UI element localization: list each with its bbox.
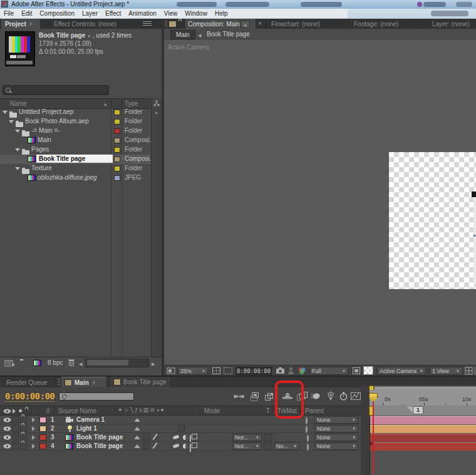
column-number[interactable]: #	[46, 407, 50, 414]
bpc-label[interactable]: 8 bpc	[48, 359, 63, 366]
3d-layer-switch-icon[interactable]	[190, 444, 191, 452]
panel-grip[interactable]	[165, 21, 167, 27]
mini-flowchart-icon[interactable]	[234, 392, 244, 401]
tab-project[interactable]: Project	[1, 19, 40, 29]
collapse-switch-icon[interactable]	[134, 418, 140, 422]
layer-label-swatch[interactable]	[39, 426, 46, 432]
menu-help[interactable]: Help	[211, 9, 232, 18]
preview-name[interactable]: Book Title page	[39, 32, 85, 39]
panel-grip[interactable]	[58, 379, 60, 385]
menu-file[interactable]: File	[0, 9, 18, 18]
label-swatch[interactable]	[114, 147, 120, 153]
blend-mode-dropdown[interactable]: Nor...	[232, 442, 262, 450]
region-of-interest-icon[interactable]	[223, 367, 233, 375]
snapshot-icon[interactable]	[276, 367, 285, 374]
collapse-switch-icon[interactable]	[134, 427, 140, 431]
layer-row-3[interactable]: 3 Book Title page Nor... None	[0, 433, 370, 442]
tab-render-queue[interactable]: Render Queue	[6, 379, 48, 386]
quality-switch-icon[interactable]	[153, 434, 158, 440]
lock-toggle[interactable]	[20, 416, 27, 423]
layer-row-1[interactable]: 1 Camera 1 None	[0, 416, 370, 424]
project-vscrollbar[interactable]	[151, 98, 162, 366]
camera-dropdown[interactable]: Active Camera	[377, 367, 426, 375]
column-source-name[interactable]: Source Name	[58, 407, 96, 414]
tree-row-book-title-page[interactable]: Book Title page Composi...	[0, 155, 150, 164]
layer-bar-1[interactable]	[370, 416, 476, 424]
comp-timecode[interactable]: 0:00:00:00	[235, 367, 272, 376]
layer-row-4[interactable]: 4 Book Title page Nor... No... None	[0, 442, 370, 451]
quality-switch-icon[interactable]	[153, 442, 158, 449]
adjustment-switch-icon[interactable]	[183, 444, 188, 449]
comp-marker-flag[interactable]	[407, 407, 413, 412]
close-icon[interactable]	[92, 379, 96, 386]
label-swatch[interactable]	[114, 128, 120, 134]
chevron-down-icon[interactable]	[87, 32, 91, 39]
label-swatch[interactable]	[114, 138, 120, 143]
switch-box[interactable]	[178, 425, 185, 432]
video-column-icon[interactable]	[3, 409, 11, 414]
audio-toggle[interactable]	[12, 434, 19, 441]
live-update-icon[interactable]	[251, 392, 261, 401]
audio-column-icon[interactable]	[13, 409, 18, 414]
resolution-dropdown[interactable]: Full	[309, 367, 348, 375]
label-swatch[interactable]	[114, 166, 120, 171]
adjustment-switch-icon[interactable]	[183, 435, 188, 440]
scroll-up-icon[interactable]	[154, 108, 158, 115]
layer-bar-4[interactable]	[370, 442, 476, 451]
draft-3d-icon[interactable]	[264, 392, 274, 401]
transparent-composition-area[interactable]	[389, 152, 476, 289]
tree-row-pages-folder[interactable]: Pages Folder	[0, 145, 150, 155]
marker-strip[interactable]: 1	[370, 406, 476, 416]
column-name[interactable]: Name	[10, 100, 27, 107]
trash-icon[interactable]	[68, 359, 75, 367]
audio-toggle[interactable]	[12, 425, 19, 432]
switch-box[interactable]	[143, 434, 150, 441]
menu-layer[interactable]: Layer	[78, 9, 101, 18]
expand-arrow-icon[interactable]	[3, 111, 8, 114]
hscroll-thumb[interactable]	[87, 360, 128, 365]
tree-row-book-photo-album[interactable]: Book Photo Album.aep Folder	[0, 117, 150, 126]
column-t[interactable]: T	[266, 407, 270, 414]
menu-composition[interactable]: Composition	[36, 9, 78, 18]
comp-marker-1[interactable]: 1	[413, 406, 423, 414]
sort-ascending-icon[interactable]	[103, 100, 108, 107]
eye-icon[interactable]	[3, 444, 11, 449]
tab-layer[interactable]: Layer: (none)	[432, 21, 469, 28]
show-snapshot-icon[interactable]	[287, 367, 294, 374]
layer-label-swatch[interactable]	[39, 417, 46, 423]
expand-arrow-icon[interactable]	[15, 167, 20, 170]
comp-viewer[interactable]: Active Camera	[164, 40, 476, 365]
audio-toggle[interactable]	[12, 416, 19, 423]
target-region-icon[interactable]	[352, 367, 361, 375]
trkmat-dropdown[interactable]: No...	[274, 442, 299, 450]
hscroll-right-icon[interactable]	[152, 360, 155, 367]
switch-box[interactable]	[143, 442, 150, 449]
tab-timeline-main[interactable]: Main	[61, 377, 106, 387]
layer-name[interactable]: Light 1	[76, 425, 97, 432]
label-swatch[interactable]	[114, 119, 120, 125]
close-icon[interactable]	[29, 21, 33, 28]
brainstorm-icon[interactable]	[326, 391, 336, 401]
channels-icon[interactable]	[297, 367, 307, 375]
grid-guides-icon[interactable]	[465, 367, 473, 375]
tab-footage[interactable]: Footage: (none)	[354, 21, 398, 28]
parent-dropdown[interactable]: None	[314, 442, 358, 450]
column-type[interactable]: Type	[125, 100, 138, 107]
audio-toggle[interactable]	[12, 442, 19, 449]
tree-row-oblozhka-jpeg[interactable]: oblozhka-diffuse.jpeg JPEG	[0, 173, 150, 183]
menu-view[interactable]: View	[160, 9, 182, 18]
lock-toggle[interactable]	[20, 425, 27, 432]
menu-effect[interactable]: Effect	[101, 9, 125, 18]
trkmat-box[interactable]	[264, 442, 272, 450]
layer-bar-3[interactable]	[370, 434, 476, 442]
interpret-footage-icon[interactable]	[4, 359, 16, 367]
label-swatch[interactable]	[114, 175, 120, 181]
trkmat-box[interactable]	[264, 434, 272, 441]
breadcrumb-back-icon[interactable]	[198, 31, 201, 38]
time-ruler[interactable]: 0s 05s 10s	[370, 390, 476, 406]
tab-dropdown-button[interactable]	[241, 21, 250, 28]
always-preview-icon[interactable]	[167, 367, 175, 374]
timeline-search-input[interactable]	[59, 392, 134, 401]
menu-edit[interactable]: Edit	[18, 9, 36, 18]
new-composition-icon[interactable]	[33, 360, 41, 366]
